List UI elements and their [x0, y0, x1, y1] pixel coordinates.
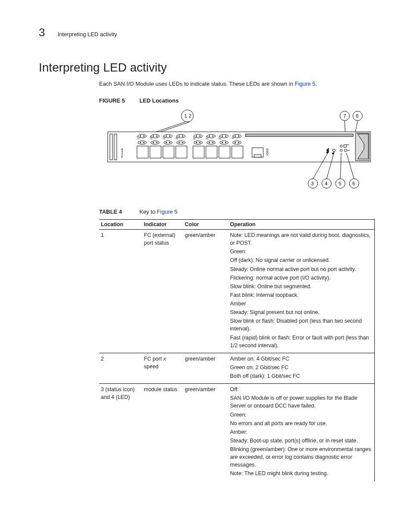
- cell-location: 2: [99, 353, 142, 383]
- svg-rect-27: [150, 146, 161, 158]
- cell-operation: Off: SAN I/O Module is off or power supp…: [228, 384, 375, 481]
- svg-point-58: [212, 142, 214, 143]
- serial-label: IOIOI: [266, 148, 269, 156]
- svg-rect-59: [206, 146, 217, 158]
- svg-point-48: [194, 141, 202, 144]
- callout-4: 4: [325, 181, 327, 186]
- svg-rect-51: [193, 146, 204, 158]
- cell-indicator: FC port x speed: [142, 353, 183, 383]
- th-color: Color: [183, 220, 228, 230]
- svg-point-30: [166, 136, 167, 137]
- led-key-table: Location Indicator Color Operation 1 FC …: [99, 219, 375, 481]
- svg-point-41: [179, 142, 180, 143]
- callout-8: 8: [356, 113, 358, 118]
- svg-rect-11: [114, 134, 117, 160]
- running-header: 3 Interpreting LED activity: [39, 26, 381, 39]
- cell-color: green/amber: [183, 230, 228, 353]
- chapter-number: 3: [39, 26, 56, 39]
- cell-location: 3 (status icon) and 4 (LED): [99, 384, 142, 481]
- svg-point-32: [164, 141, 172, 144]
- svg-point-69: [233, 134, 241, 138]
- th-operation: Operation: [228, 220, 375, 230]
- svg-point-56: [207, 141, 215, 144]
- callout-3: 3: [311, 181, 314, 186]
- svg-point-22: [153, 136, 154, 137]
- cell-operation: Note: LED meanings are not valid during …: [228, 230, 375, 353]
- svg-rect-43: [176, 146, 187, 158]
- svg-point-37: [177, 134, 185, 138]
- callout-1: 1: [184, 113, 187, 118]
- table-caption-row: TABLE 4 Key to Figure 5: [99, 208, 381, 215]
- svg-point-72: [233, 141, 241, 144]
- svg-point-25: [153, 142, 154, 143]
- svg-point-50: [199, 142, 201, 143]
- table-row: 1 FC (external) port status green/amber …: [99, 230, 375, 353]
- svg-point-66: [225, 142, 227, 143]
- brand-label: Brocade: [121, 148, 123, 158]
- cell-indicator: module status: [142, 384, 183, 481]
- svg-point-0: [181, 110, 193, 122]
- svg-point-54: [209, 136, 210, 137]
- svg-point-13: [138, 134, 146, 138]
- svg-point-29: [164, 134, 172, 138]
- svg-point-23: [156, 136, 158, 137]
- svg-point-15: [143, 136, 145, 137]
- svg-point-61: [220, 134, 228, 138]
- svg-rect-35: [163, 146, 174, 158]
- svg-point-31: [169, 136, 171, 137]
- table-caption-link[interactable]: Figure 5: [157, 208, 177, 215]
- svg-point-46: [196, 136, 197, 137]
- svg-point-34: [169, 142, 171, 143]
- svg-point-85: [344, 149, 347, 152]
- svg-point-17: [140, 142, 141, 143]
- svg-point-21: [151, 134, 159, 138]
- svg-point-26: [156, 142, 158, 143]
- table-row: 2 FC port x speed green/amber Amber on: …: [99, 353, 375, 383]
- figure-label: FIGURE 5: [99, 97, 138, 104]
- th-indicator: Indicator: [142, 220, 183, 230]
- intro-text-before: Each SAN I/O Module uses LEDs to indicat…: [99, 81, 295, 87]
- svg-rect-75: [232, 146, 243, 158]
- intro-paragraph: Each SAN I/O Module uses LEDs to indicat…: [99, 81, 381, 87]
- svg-point-71: [238, 136, 240, 137]
- svg-rect-82: [344, 145, 346, 147]
- svg-point-39: [182, 136, 184, 137]
- svg-point-65: [222, 142, 223, 143]
- table-row: 3 (status icon) and 4 (LED) module statu…: [99, 384, 375, 481]
- callout-6: 6: [352, 181, 355, 186]
- page-title: Interpreting LED activity: [39, 61, 381, 75]
- svg-point-57: [209, 142, 210, 143]
- svg-rect-10: [110, 134, 112, 160]
- th-location: Location: [99, 220, 142, 230]
- svg-rect-77: [254, 155, 261, 157]
- svg-point-45: [194, 134, 202, 138]
- svg-point-49: [196, 142, 197, 143]
- running-title: Interpreting LED activity: [58, 31, 117, 37]
- figure-caption: LED Locations: [140, 97, 179, 104]
- figure-caption-row: FIGURE 5 LED Locations: [99, 97, 381, 104]
- svg-point-33: [166, 142, 167, 143]
- figure-crossref-link[interactable]: Figure 5: [295, 81, 315, 87]
- cell-indicator: FC (external) port status: [142, 230, 183, 353]
- svg-point-38: [179, 136, 180, 137]
- svg-point-73: [235, 142, 236, 143]
- cell-location: 1: [99, 230, 142, 353]
- svg-point-74: [238, 142, 240, 143]
- cell-operation: Amber on: 4 Gbit/sec FC Green on: 2 Gbit…: [228, 353, 375, 383]
- svg-point-55: [212, 136, 214, 137]
- callout-5: 5: [339, 181, 341, 186]
- cell-color: green/amber: [183, 384, 228, 481]
- svg-point-47: [199, 136, 201, 137]
- intro-text-after: .: [315, 81, 317, 87]
- svg-point-16: [138, 141, 146, 144]
- svg-rect-78: [246, 134, 353, 137]
- svg-rect-19: [137, 146, 148, 158]
- table-label: TABLE 4: [99, 208, 138, 215]
- led-locations-diagram: 1 2 7 8 Brocade: [99, 108, 381, 196]
- table-caption-before: Key to: [140, 208, 157, 215]
- svg-point-80: [333, 149, 335, 152]
- svg-point-14: [140, 136, 141, 137]
- svg-point-63: [225, 136, 227, 137]
- svg-point-40: [177, 141, 185, 144]
- svg-point-24: [151, 141, 159, 144]
